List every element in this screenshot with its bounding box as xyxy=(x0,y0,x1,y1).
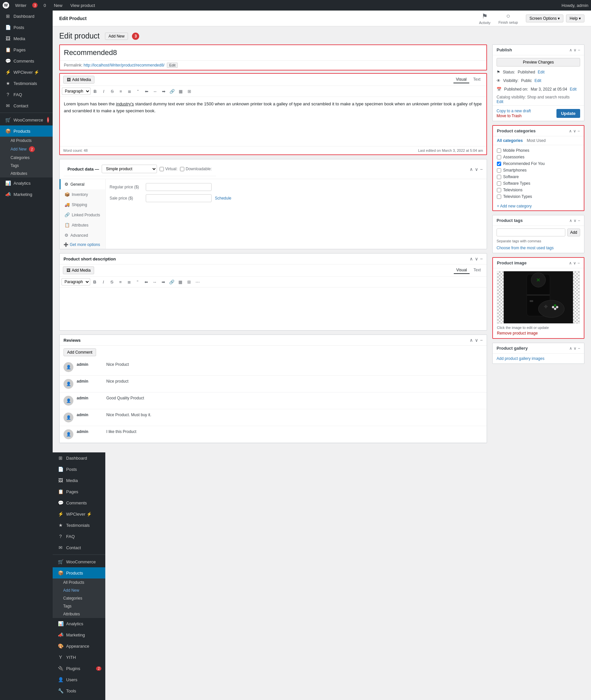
bottom-sidebar-item-pages[interactable]: 📋 Pages xyxy=(53,486,105,497)
blockquote-btn[interactable]: " xyxy=(134,87,142,95)
edit-slug-btn[interactable]: Edit xyxy=(167,63,178,68)
sidebar-item-products[interactable]: 📦 Products xyxy=(0,125,53,137)
gallery-close[interactable]: − xyxy=(578,346,580,351)
preview-changes-btn[interactable]: Preview Changes xyxy=(497,58,580,66)
product-data-header[interactable]: Product data — Simple product Grouped pr… xyxy=(60,159,487,179)
reviews-close[interactable]: − xyxy=(480,338,483,343)
short-more-btn[interactable]: ▦ xyxy=(176,278,184,286)
bottom-sidebar-item-products[interactable]: 📦 Products xyxy=(53,567,105,579)
most-used-tab[interactable]: Most Used xyxy=(527,138,545,143)
close-btn[interactable]: − xyxy=(480,167,483,172)
cat-checkbox-software-types[interactable] xyxy=(497,181,501,186)
bottom-sidebar-item-faq[interactable]: ? FAQ xyxy=(53,531,105,542)
finish-setup-btn[interactable]: ○ Finish setup xyxy=(499,12,518,24)
tab-general[interactable]: ⚙ General xyxy=(60,179,105,189)
sidebar-item-media[interactable]: 🖼 Media xyxy=(0,33,53,44)
reviews-up[interactable]: ∧ xyxy=(470,338,473,343)
bottom-sidebar-item-wpclever[interactable]: ⚡ WPClever ⚡ xyxy=(53,508,105,520)
wp-logo[interactable]: W xyxy=(3,2,9,9)
short-desc-header[interactable]: Product short description ∧ ∨ − xyxy=(60,253,487,265)
short-link-btn[interactable]: 🔗 xyxy=(168,278,176,286)
comment-count[interactable]: 0 xyxy=(42,3,48,8)
add-new-button[interactable]: Add New xyxy=(105,33,128,40)
copy-draft-link[interactable]: Copy to a new draft xyxy=(497,109,531,113)
sale-price-input[interactable] xyxy=(146,194,212,202)
bottom-submenu-categories[interactable]: Categories xyxy=(53,594,105,602)
bottom-submenu-all-products[interactable]: All Products xyxy=(53,579,105,586)
submenu-categories[interactable]: Categories xyxy=(0,154,53,162)
tab-shipping[interactable]: 🚚 Shipping xyxy=(60,199,105,210)
cat-checkbox-smartphones[interactable] xyxy=(497,168,501,173)
cat-checkbox-assessories[interactable] xyxy=(497,155,501,159)
short-extra-btn[interactable]: ⋯ xyxy=(194,278,201,286)
sidebar-item-marketing[interactable]: 📣 Marketing xyxy=(0,189,53,200)
publish-close[interactable]: − xyxy=(578,48,580,52)
move-trash-link[interactable]: Move to Trash xyxy=(497,114,522,118)
get-more-options[interactable]: ➕ Get more options xyxy=(60,240,105,249)
sidebar-item-contact[interactable]: ✉ Contact xyxy=(0,100,53,111)
bottom-sidebar-item-media[interactable]: 🖼 Media xyxy=(53,475,105,486)
cat-checkbox-software[interactable] xyxy=(497,175,501,179)
bottom-submenu-attributes[interactable]: Attributes xyxy=(53,610,105,618)
view-product-link[interactable]: View product xyxy=(68,3,97,8)
edit-date-link[interactable]: Edit xyxy=(570,87,577,92)
tags-up[interactable]: ∧ xyxy=(569,218,572,223)
update-btn[interactable]: Update xyxy=(556,109,580,118)
virtual-checkbox[interactable] xyxy=(159,167,164,171)
short-desc-add-media-btn[interactable]: 🖼 Add Media xyxy=(63,267,94,274)
sidebar-item-wpclever[interactable]: ⚡ WPClever ⚡ xyxy=(0,66,53,78)
activity-btn[interactable]: ⚑ Activity xyxy=(479,12,490,25)
sidebar-item-dashboard[interactable]: ⊞ Dashboard xyxy=(0,10,53,22)
short-bold-btn[interactable]: B xyxy=(91,278,99,286)
add-new-category-link[interactable]: + Add new category xyxy=(493,202,584,211)
bottom-sidebar-item-woocommerce[interactable]: 🛒 WooCommerce xyxy=(53,556,105,567)
strikethrough-btn[interactable]: S xyxy=(108,87,116,95)
more-btn[interactable]: ▦ xyxy=(177,87,185,95)
categories-down[interactable]: ∨ xyxy=(573,129,576,133)
downloadable-label[interactable]: Downloadable: xyxy=(180,167,212,171)
sidebar-item-pages[interactable]: 📋 Pages xyxy=(0,44,53,55)
sidebar-item-analytics[interactable]: 📊 Analytics xyxy=(0,177,53,189)
sidebar-item-faq[interactable]: ? FAQ xyxy=(0,89,53,100)
short-ul-btn[interactable]: ≡ xyxy=(117,278,124,286)
post-title-input[interactable] xyxy=(60,45,486,60)
short-strike-btn[interactable]: S xyxy=(108,278,116,286)
short-desc-editor[interactable] xyxy=(60,287,487,330)
aligncenter-btn[interactable]: ↔ xyxy=(151,87,159,95)
sidebar-item-posts[interactable]: 📄 Posts xyxy=(0,22,53,33)
add-comment-btn[interactable]: Add Comment xyxy=(64,348,96,356)
bottom-submenu-add-new[interactable]: Add New xyxy=(53,586,105,594)
short-text-tab[interactable]: Text xyxy=(471,267,483,274)
collapse-down-btn[interactable]: ∨ xyxy=(475,167,478,172)
short-paragraph-select[interactable]: Paragraph xyxy=(62,278,90,286)
product-image-down[interactable]: ∨ xyxy=(573,261,576,266)
short-italic-btn[interactable]: I xyxy=(100,278,107,286)
catalog-edit-link[interactable]: Edit xyxy=(497,100,504,104)
edit-visibility-link[interactable]: Edit xyxy=(534,78,541,83)
short-ol-btn[interactable]: ≣ xyxy=(125,278,133,286)
edit-status-link[interactable]: Edit xyxy=(538,70,545,74)
bottom-sidebar-item-marketing[interactable]: 📣 Marketing xyxy=(53,629,105,640)
bottom-sidebar-item-settings[interactable]: ⚙ Settings xyxy=(53,696,105,700)
permalink-url[interactable]: http://localhost/Writer/product/recommen… xyxy=(83,63,165,67)
downloadable-checkbox[interactable] xyxy=(180,167,184,171)
tags-close[interactable]: − xyxy=(578,218,580,223)
add-media-btn[interactable]: 🖼 Add Media xyxy=(63,76,94,83)
alignleft-btn[interactable]: ⬅ xyxy=(142,87,150,95)
product-image-close[interactable]: − xyxy=(578,261,580,266)
publish-down[interactable]: ∨ xyxy=(574,48,577,52)
submenu-attributes[interactable]: Attributes xyxy=(0,170,53,177)
publish-up[interactable]: ∧ xyxy=(569,48,572,52)
text-tab[interactable]: Text xyxy=(471,76,483,83)
short-table-btn[interactable]: ⊞ xyxy=(185,278,193,286)
remove-image-link[interactable]: Remove product image xyxy=(497,331,580,336)
cat-checkbox-recommended[interactable] xyxy=(497,162,501,166)
categories-close[interactable]: − xyxy=(578,129,580,133)
choose-tags-link[interactable]: Choose from the most used tags xyxy=(492,245,584,253)
bottom-submenu-tags[interactable]: Tags xyxy=(53,602,105,610)
sidebar-item-woocommerce[interactable]: 🛒 WooCommerce 1 xyxy=(0,114,53,125)
short-alignr-btn[interactable]: ➡ xyxy=(159,278,167,286)
bottom-sidebar-item-posts[interactable]: 📄 Posts xyxy=(53,464,105,475)
bottom-sidebar-item-appearance[interactable]: 🎨 Appearance xyxy=(53,640,105,652)
site-name[interactable]: Writer xyxy=(13,3,28,8)
